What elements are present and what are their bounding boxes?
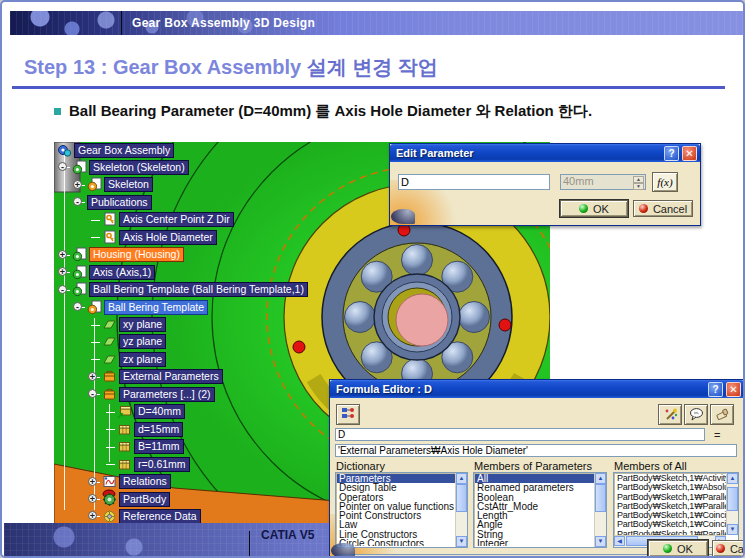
collapse-icon[interactable]: -	[88, 389, 97, 398]
tree-item-label[interactable]: External Parameters	[119, 369, 223, 384]
vertical-scrollbar[interactable]: ▲ ▼	[594, 473, 606, 547]
scroll-thumb[interactable]	[456, 484, 467, 512]
tree-item-label[interactable]: Axis Center Point Z Dir	[119, 212, 234, 227]
expand-icon[interactable]: +	[73, 180, 82, 189]
tree-item[interactable]: Axis Hole Diameter	[102, 229, 217, 245]
parameter-value-text: 40mm	[563, 175, 594, 187]
ok-button[interactable]: OK	[560, 200, 628, 217]
expand-icon[interactable]: +	[88, 494, 97, 503]
tree-item-label[interactable]: Relations	[119, 474, 171, 489]
scroll-down-icon[interactable]: ▼	[456, 536, 467, 547]
tree-item[interactable]: zx plane	[102, 351, 166, 367]
tree-item-label[interactable]: Publications	[87, 195, 152, 210]
list-option[interactable]: Circle Constructors	[337, 539, 455, 546]
tree-item[interactable]: -Parameters [...] (2)	[102, 386, 215, 402]
ok-button[interactable]: OK	[648, 540, 708, 557]
tree-item[interactable]: yz plane	[102, 334, 166, 350]
expand-icon[interactable]: +	[88, 477, 97, 486]
list-option[interactable]: Integer	[475, 539, 594, 546]
tree-item-label[interactable]: Parameters [...] (2)	[119, 387, 215, 402]
tree-connector	[64, 150, 65, 510]
tree-item-label[interactable]: Axis Hole Diameter	[119, 230, 217, 245]
scroll-down-icon[interactable]: ▼	[727, 524, 738, 535]
slide: Gear Box Assembly 3D Design Step 13 : Ge…	[0, 0, 745, 558]
part-icon	[87, 300, 102, 315]
collapse-icon[interactable]: -	[58, 162, 67, 171]
tree-item[interactable]: +Axis (Axis,1)	[72, 264, 155, 280]
dictionary-list[interactable]: ParametersDesign TableOperatorsPointer o…	[335, 472, 468, 548]
tree-item[interactable]: Axis Center Point Z Dir	[102, 212, 234, 228]
help-icon[interactable]: ?	[708, 382, 723, 397]
formula-editor-titlebar[interactable]: Formula Editor : D ? ✕	[330, 380, 744, 398]
tree-item-label[interactable]: d=15mm	[134, 422, 183, 437]
vertical-scrollbar[interactable]: ▲ ▼	[726, 473, 738, 535]
spinner-up-icon[interactable]: ▲	[633, 176, 644, 183]
close-icon[interactable]: ✕	[682, 146, 697, 161]
tree-item[interactable]: +Relations	[102, 474, 171, 490]
tree-item[interactable]: +PartBody	[102, 491, 170, 507]
formula-editor-body: = Dictionary Members of Parameters Membe…	[330, 398, 744, 558]
collapse-icon[interactable]: -	[58, 285, 67, 294]
tree-item-label[interactable]: Ball Bering Template	[104, 300, 208, 315]
fx-button[interactable]: f(x)	[652, 172, 678, 192]
expand-icon[interactable]: +	[88, 372, 97, 381]
tree-item[interactable]: -Ball Bering Template (Ball Bering Templ…	[72, 282, 308, 298]
vertical-scrollbar[interactable]: ▲ ▼	[455, 473, 467, 547]
tree-item-label[interactable]: PartBody	[119, 492, 170, 507]
tree-item[interactable]: r=0.61mm	[117, 456, 190, 472]
tree-item-label[interactable]: Skeleton	[104, 177, 153, 192]
tree-item[interactable]: Gear Box Assembly	[57, 142, 174, 158]
cancel-button[interactable]: Cancel	[633, 200, 693, 217]
tree-item-label[interactable]: D=40mm	[134, 404, 185, 419]
tree-item[interactable]: -Ball Bering Template	[87, 299, 208, 315]
scroll-up-icon[interactable]: ▲	[727, 473, 738, 484]
tree-item[interactable]: -Skeleton (Skeleton)	[72, 159, 189, 175]
formula-expression-input[interactable]	[335, 444, 737, 457]
tree-item[interactable]: xy plane	[102, 317, 166, 333]
expand-icon[interactable]: +	[58, 250, 67, 259]
tree-item[interactable]: d=15mm	[117, 421, 183, 437]
scroll-down-icon[interactable]: ▼	[595, 536, 606, 547]
collapse-icon[interactable]: -	[73, 197, 82, 206]
eraser-icon[interactable]	[710, 404, 734, 425]
scroll-left-icon[interactable]: ◀	[614, 536, 625, 546]
import-structure-icon[interactable]	[336, 404, 360, 425]
comment-icon[interactable]	[684, 404, 708, 425]
tree-item-label[interactable]: xy plane	[119, 317, 166, 332]
formula-wizard-icon[interactable]	[658, 404, 682, 425]
parameter-name-input[interactable]	[398, 174, 550, 190]
tree-item[interactable]: +External Parameters	[102, 369, 223, 385]
scroll-up-icon[interactable]: ▲	[456, 473, 467, 484]
tree-item[interactable]: -Publications	[87, 194, 152, 210]
scroll-thumb[interactable]	[727, 487, 738, 511]
members-of-all-list[interactable]: PartBody₩Sketch,1₩ActivityPartBody₩Sketc…	[613, 472, 739, 548]
edit-parameter-titlebar[interactable]: Edit Parameter ? ✕	[390, 144, 700, 162]
scroll-thumb[interactable]	[595, 484, 606, 512]
tree-item-label[interactable]: Skeleton (Skeleton)	[89, 160, 189, 175]
cancel-button[interactable]: Cancel	[712, 540, 745, 557]
help-icon[interactable]: ?	[664, 146, 679, 161]
members-of-parameters-list[interactable]: AllRenamed parametersBooleanCstAttr_Mode…	[473, 472, 607, 548]
tree-item-label[interactable]: Reference Data	[119, 509, 201, 524]
tree-item-label[interactable]: Gear Box Assembly	[74, 143, 174, 158]
tree-item-label[interactable]: Housing (Housing)	[89, 247, 184, 262]
tree-item-label[interactable]: B=11mm	[134, 439, 184, 454]
tree-item-label[interactable]: Ball Bering Template (Ball Bering Templa…	[89, 282, 308, 297]
expand-icon[interactable]: +	[88, 511, 97, 520]
tree-item[interactable]: B=11mm	[117, 439, 184, 455]
component-icon	[72, 247, 87, 262]
tree-item-label[interactable]: zx plane	[119, 352, 166, 367]
expand-icon[interactable]: +	[58, 267, 67, 276]
tree-item[interactable]: D=40mm	[117, 404, 185, 420]
tree-item[interactable]: +Skeleton	[87, 177, 153, 193]
formula-name-input[interactable]	[335, 428, 705, 441]
value-spinner[interactable]: ▲ ▼	[633, 176, 644, 188]
tree-item-label[interactable]: yz plane	[119, 334, 166, 349]
tree-item-label[interactable]: Axis (Axis,1)	[89, 265, 155, 280]
close-icon[interactable]: ✕	[726, 382, 741, 397]
collapse-icon[interactable]: -	[73, 302, 82, 311]
tree-item[interactable]: +Housing (Housing)	[72, 247, 184, 263]
spinner-down-icon[interactable]: ▼	[633, 183, 644, 190]
tree-item-label[interactable]: r=0.61mm	[134, 457, 190, 472]
scroll-up-icon[interactable]: ▲	[595, 473, 606, 484]
